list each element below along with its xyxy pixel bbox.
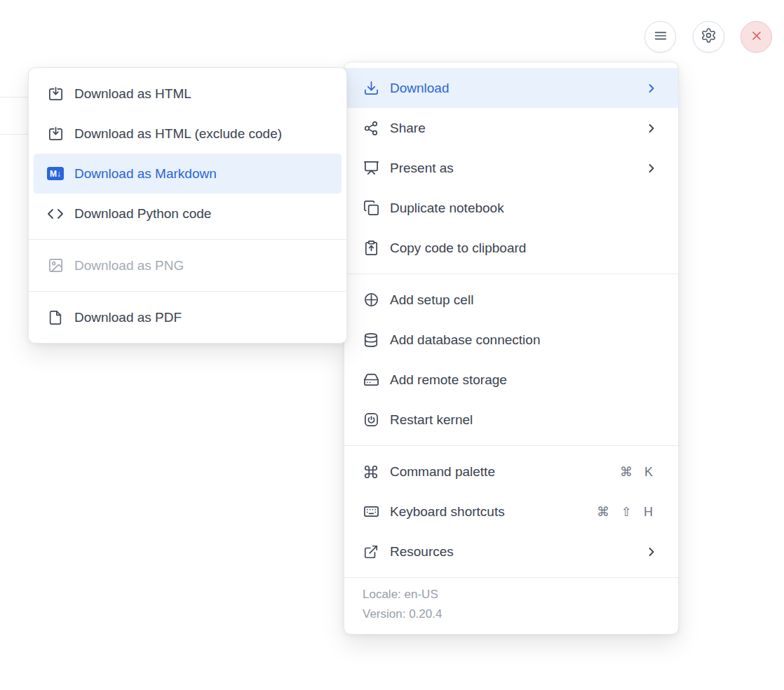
- locale-text: Locale: en-US: [363, 585, 660, 604]
- menu-item-keyboard-shortcuts[interactable]: Keyboard shortcuts ⌘ ⇧ H: [344, 492, 678, 532]
- menu-item-label: Duplicate notebook: [390, 201, 504, 216]
- file-icon: [47, 309, 64, 326]
- version-text: Version: 0.20.4: [363, 604, 660, 624]
- menu-item-label: Copy code to clipboard: [390, 241, 526, 256]
- menu-item-copy-code[interactable]: Copy code to clipboard: [344, 228, 678, 268]
- menu-item-label: Download as HTML (exclude code): [74, 126, 282, 142]
- presentation-icon: [363, 160, 379, 177]
- hard-drive-icon: [363, 372, 379, 388]
- menu-item-label: Download as PNG: [74, 258, 184, 273]
- menu-item-label: Add database connection: [390, 332, 540, 348]
- menu-footer: Locale: en-US Version: 0.20.4: [344, 578, 678, 634]
- shortcut-hint: ⌘ K: [620, 464, 657, 480]
- markdown-badge: M↓: [47, 167, 64, 180]
- menu-item-add-database[interactable]: Add database connection: [344, 320, 678, 360]
- gear-icon: [701, 27, 717, 46]
- duplicate-icon: [363, 200, 379, 217]
- close-button[interactable]: [741, 21, 772, 53]
- submenu-section-pdf: Download as PDF: [29, 292, 346, 343]
- download-box-icon: [47, 126, 64, 142]
- menu-item-share[interactable]: Share: [344, 108, 678, 148]
- menu-item-add-remote-storage[interactable]: Add remote storage: [344, 360, 678, 400]
- database-icon: [363, 332, 379, 349]
- menu-item-restart-kernel[interactable]: Restart kernel: [344, 400, 678, 440]
- download-submenu-panel: Download as HTML Download as HTML (exclu…: [28, 67, 347, 344]
- menu-item-label: Download Python code: [74, 206, 211, 222]
- menu-item-label: Download: [390, 81, 450, 96]
- markdown-icon: M↓: [47, 165, 64, 182]
- menu-item-download-html-exclude-code[interactable]: Download as HTML (exclude code): [29, 114, 346, 154]
- menu-item-add-setup-cell[interactable]: Add setup cell: [344, 280, 678, 320]
- command-icon: [363, 464, 379, 480]
- menu-item-download-pdf[interactable]: Download as PDF: [29, 297, 346, 337]
- keyboard-icon: [363, 503, 379, 520]
- download-icon: [363, 80, 379, 97]
- app-canvas: Download Share Present as: [0, 0, 784, 690]
- menu-item-label: Download as Markdown: [74, 166, 217, 182]
- code-icon: [47, 205, 64, 222]
- menu-item-label: Download as PDF: [74, 310, 182, 325]
- menu-section-kernel: Add setup cell Add database connection A…: [344, 274, 678, 445]
- clipboard-icon: [363, 240, 379, 257]
- menu-item-command-palette[interactable]: Command palette ⌘ K: [344, 452, 678, 492]
- menu-item-label: Add setup cell: [390, 292, 473, 308]
- power-icon: [363, 412, 379, 428]
- menu-item-label: Keyboard shortcuts: [390, 504, 505, 520]
- notebook-menu-panel: Download Share Present as: [344, 62, 679, 635]
- menu-item-label: Resources: [390, 544, 454, 560]
- shortcut-hint: ⌘ ⇧ H: [597, 504, 657, 520]
- hamburger-icon: [653, 28, 668, 46]
- menu-item-resources[interactable]: Resources: [344, 532, 678, 571]
- settings-button[interactable]: [693, 21, 724, 53]
- chevron-right-icon: [646, 163, 657, 174]
- plus-circle-icon: [363, 292, 379, 309]
- menu-item-label: Restart kernel: [390, 412, 473, 428]
- menu-item-download[interactable]: Download: [344, 68, 678, 108]
- menu-item-label: Present as: [390, 161, 454, 176]
- menu-item-download-markdown[interactable]: M↓ Download as Markdown: [34, 154, 342, 194]
- menu-item-label: Share: [390, 121, 426, 136]
- menu-item-label: Download as HTML: [74, 86, 191, 102]
- menu-item-label: Add remote storage: [390, 372, 507, 388]
- notebook-cell-fragment: [0, 97, 29, 135]
- notebook-menu-button[interactable]: [644, 21, 676, 53]
- menu-item-present-as[interactable]: Present as: [344, 148, 678, 188]
- close-icon: [750, 29, 764, 46]
- external-link-icon: [363, 543, 379, 560]
- download-box-icon: [47, 86, 64, 102]
- chevron-right-icon: [646, 123, 657, 134]
- image-icon: [47, 257, 64, 274]
- menu-item-download-python[interactable]: Download Python code: [29, 194, 346, 234]
- menu-item-duplicate-notebook[interactable]: Duplicate notebook: [344, 188, 678, 228]
- menu-item-label: Command palette: [390, 464, 495, 480]
- menu-section-help: Command palette ⌘ K Keyboard shortcuts ⌘…: [344, 446, 678, 577]
- share-icon: [363, 120, 379, 137]
- menu-item-download-png: Download as PNG: [29, 245, 346, 285]
- chevron-right-icon: [646, 546, 657, 557]
- menu-item-download-html[interactable]: Download as HTML: [29, 74, 346, 114]
- submenu-section-png: Download as PNG: [29, 240, 346, 291]
- chevron-right-icon: [646, 83, 657, 94]
- menu-section-share: Download Share Present as: [344, 62, 678, 273]
- submenu-section-formats: Download as HTML Download as HTML (exclu…: [29, 68, 346, 239]
